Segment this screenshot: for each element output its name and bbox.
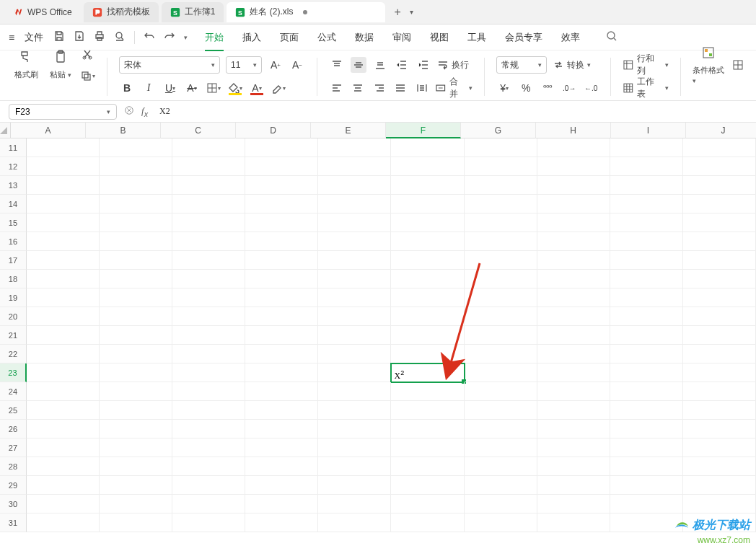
cell[interactable] — [245, 195, 318, 213]
clear-format-button[interactable]: ▾ — [271, 80, 286, 96]
cell[interactable] — [245, 345, 318, 363]
file-menu[interactable]: 文件 — [25, 31, 43, 44]
cell[interactable] — [537, 307, 610, 326]
cell[interactable] — [465, 363, 537, 382]
italic-button[interactable]: I — [141, 80, 157, 96]
column-header[interactable]: G — [461, 123, 536, 138]
cell[interactable] — [245, 382, 318, 401]
cell[interactable] — [537, 270, 610, 288]
cell[interactable] — [172, 326, 245, 345]
column-header[interactable]: A — [11, 123, 86, 138]
cell[interactable] — [318, 420, 391, 438]
cell[interactable] — [610, 288, 683, 307]
cell[interactable] — [245, 307, 318, 326]
cell[interactable] — [100, 401, 172, 420]
cell[interactable] — [318, 195, 391, 213]
cell[interactable] — [27, 251, 100, 270]
cell[interactable] — [610, 438, 683, 457]
align-left-icon[interactable] — [329, 80, 345, 96]
cell[interactable] — [100, 232, 172, 251]
cell[interactable] — [172, 176, 245, 195]
hamburger-icon[interactable]: ≡ — [9, 32, 14, 43]
fill-color-button[interactable]: ▾ — [227, 80, 243, 96]
tab-templates[interactable]: 找稻壳模板 — [84, 2, 159, 22]
qat-chevron-icon[interactable]: ▾ — [184, 34, 188, 41]
cell[interactable] — [318, 476, 391, 495]
cell[interactable] — [391, 438, 464, 457]
increase-indent-icon[interactable] — [416, 57, 431, 73]
cell[interactable] — [683, 326, 756, 345]
ribbon-tab-tools[interactable]: 工具 — [467, 31, 486, 44]
save-icon[interactable] — [53, 30, 65, 44]
cell[interactable] — [318, 288, 391, 307]
cell[interactable] — [465, 213, 537, 232]
cell[interactable] — [318, 232, 391, 251]
cell[interactable] — [100, 270, 172, 288]
cell[interactable] — [100, 438, 172, 457]
cell[interactable] — [537, 382, 610, 401]
align-top-icon[interactable] — [329, 57, 345, 73]
cell[interactable] — [172, 438, 245, 457]
cell[interactable] — [537, 513, 610, 532]
cell[interactable] — [683, 307, 756, 326]
search-icon[interactable] — [606, 30, 617, 44]
cell[interactable] — [172, 476, 245, 495]
cell[interactable] — [318, 176, 391, 195]
row-header[interactable]: 11 — [0, 138, 27, 157]
cell[interactable] — [610, 457, 683, 476]
cell[interactable] — [537, 457, 610, 476]
cell[interactable] — [391, 270, 464, 288]
column-header[interactable]: C — [161, 123, 236, 138]
cell[interactable] — [318, 270, 391, 288]
row-header[interactable]: 22 — [0, 345, 27, 363]
cell[interactable] — [683, 176, 756, 195]
cell[interactable] — [245, 270, 318, 288]
cell[interactable] — [100, 288, 172, 307]
row-header[interactable]: 16 — [0, 232, 27, 251]
row-header[interactable]: 18 — [0, 270, 27, 288]
cell[interactable] — [465, 495, 537, 513]
cell[interactable] — [318, 382, 391, 401]
cell[interactable] — [318, 213, 391, 232]
distribute-icon[interactable] — [414, 80, 430, 96]
cell[interactable] — [465, 401, 537, 420]
row-header[interactable]: 26 — [0, 420, 27, 438]
cell[interactable] — [683, 213, 756, 232]
cell[interactable] — [537, 288, 610, 307]
worksheet-button[interactable]: 工作表▾ — [623, 76, 669, 100]
row-header[interactable]: 20 — [0, 307, 27, 326]
cell[interactable] — [172, 251, 245, 270]
cell[interactable] — [172, 345, 245, 363]
cell[interactable] — [683, 157, 756, 176]
cell[interactable] — [100, 382, 172, 401]
cell[interactable] — [27, 176, 100, 195]
decrease-decimal-icon[interactable]: ←.0 — [583, 80, 599, 96]
cell[interactable] — [683, 288, 756, 307]
cell[interactable] — [465, 476, 537, 495]
row-header[interactable]: 15 — [0, 213, 27, 232]
cell[interactable] — [318, 326, 391, 345]
cell[interactable] — [245, 363, 318, 382]
align-right-icon[interactable] — [372, 80, 387, 96]
cell[interactable] — [245, 438, 318, 457]
cell[interactable] — [391, 420, 464, 438]
cell[interactable] — [172, 401, 245, 420]
row-header[interactable]: 17 — [0, 251, 27, 270]
underline-button[interactable]: U ▾ — [162, 80, 178, 96]
export-icon[interactable] — [74, 30, 85, 44]
cell[interactable] — [27, 195, 100, 213]
column-header[interactable]: I — [611, 123, 686, 138]
cell[interactable] — [100, 213, 172, 232]
cell[interactable] — [172, 513, 245, 532]
cell[interactable] — [100, 457, 172, 476]
cell[interactable] — [100, 495, 172, 513]
cell[interactable] — [172, 213, 245, 232]
cell[interactable] — [610, 157, 683, 176]
ribbon-tab-formula[interactable]: 公式 — [317, 31, 336, 44]
cell[interactable] — [27, 270, 100, 288]
cell[interactable] — [537, 476, 610, 495]
column-header[interactable]: E — [311, 123, 386, 138]
cell[interactable] — [172, 138, 245, 157]
print-icon[interactable] — [94, 30, 105, 44]
cell[interactable] — [610, 513, 683, 532]
